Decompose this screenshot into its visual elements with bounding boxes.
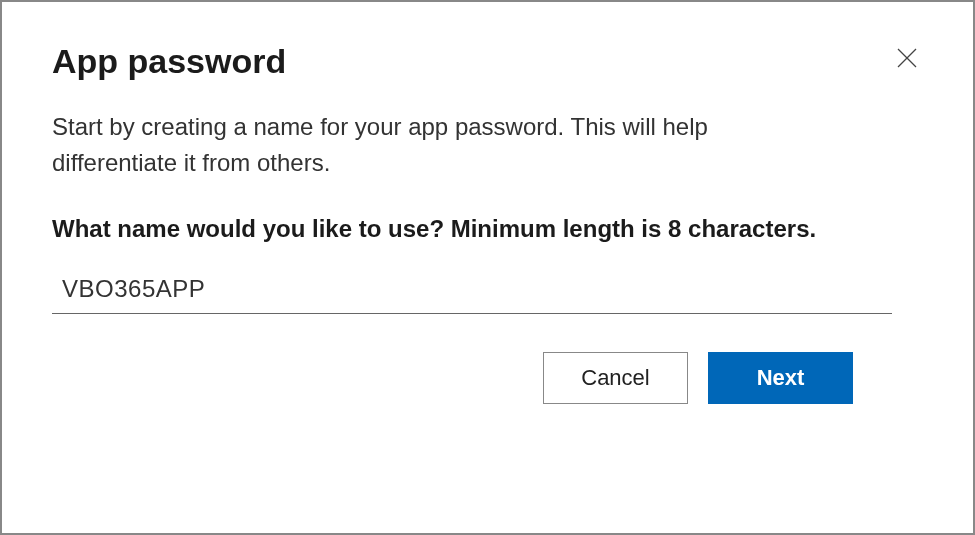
dialog-button-row: Cancel Next [52, 352, 923, 404]
close-button[interactable] [891, 42, 923, 77]
app-password-dialog: App password Start by creating a name fo… [0, 0, 975, 535]
close-icon [895, 46, 919, 73]
app-password-name-input[interactable] [52, 269, 892, 314]
dialog-header: App password [52, 42, 923, 81]
dialog-description: Start by creating a name for your app pa… [52, 109, 812, 181]
next-button[interactable]: Next [708, 352, 853, 404]
dialog-title: App password [52, 42, 286, 81]
name-prompt-label: What name would you like to use? Minimum… [52, 211, 872, 247]
cancel-button[interactable]: Cancel [543, 352, 688, 404]
